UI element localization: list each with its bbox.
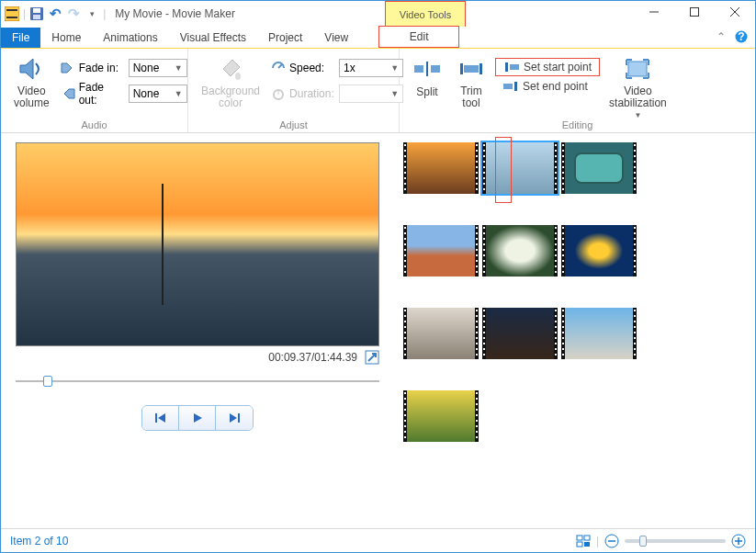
- split-icon: [412, 54, 442, 84]
- qat-separator: |: [23, 7, 26, 20]
- play-button[interactable]: [179, 406, 216, 430]
- timeline-clip[interactable]: [482, 225, 558, 276]
- timeline-row: [403, 390, 746, 442]
- stabilization-icon: [623, 54, 652, 84]
- svg-marker-12: [20, 59, 33, 79]
- svg-rect-1: [6, 9, 17, 11]
- preview-seek-slider[interactable]: [16, 372, 379, 390]
- ribbon-group-adjust: Background color Speed: 1x▼ Duration: ▼ …: [188, 49, 400, 132]
- set-end-point-button[interactable]: Set end point: [495, 78, 600, 95]
- zoom-in-button[interactable]: [731, 534, 746, 548]
- speed-value: 1x: [344, 62, 355, 74]
- timeline-clip[interactable]: [403, 390, 479, 442]
- close-button[interactable]: [715, 1, 755, 23]
- split-button[interactable]: Split: [407, 52, 447, 100]
- svg-text:?: ?: [738, 30, 744, 43]
- svg-marker-13: [62, 63, 72, 73]
- svg-marker-14: [64, 89, 74, 98]
- undo-icon[interactable]: ↶: [48, 6, 62, 21]
- preview-time-bar: 00:09.37/01:44.39: [16, 350, 379, 365]
- timeline-clip[interactable]: [403, 142, 479, 194]
- timeline-clip[interactable]: [403, 308, 479, 359]
- next-frame-button[interactable]: [216, 406, 253, 430]
- fade-out-label: Fade out:: [79, 81, 125, 107]
- zoom-out-button[interactable]: [604, 534, 619, 548]
- svg-rect-23: [460, 63, 463, 74]
- timeline-pane[interactable]: [394, 133, 755, 530]
- status-item-count: Item 2 of 10: [10, 535, 68, 547]
- svg-rect-35: [238, 413, 240, 423]
- svg-marker-34: [230, 413, 237, 423]
- trim-label: Trim tool: [460, 85, 482, 109]
- fade-out-dropdown[interactable]: None▼: [129, 85, 187, 103]
- svg-rect-5: [33, 15, 40, 19]
- group-label-audio: Audio: [1, 119, 187, 130]
- prev-frame-button[interactable]: [142, 406, 179, 430]
- set-start-point-button[interactable]: Set start point: [495, 58, 600, 76]
- tab-visual-effects[interactable]: Visual Effects: [169, 28, 257, 48]
- start-point-icon: [503, 62, 520, 73]
- timeline-clip[interactable]: [403, 225, 479, 276]
- seek-track: [16, 380, 379, 382]
- zoom-slider[interactable]: [625, 539, 726, 543]
- svg-rect-20: [431, 65, 440, 73]
- set-start-label: Set start point: [524, 61, 592, 73]
- background-color-label: Background color: [201, 85, 260, 109]
- video-volume-label: Video volume: [14, 85, 50, 109]
- window-controls: [634, 1, 755, 23]
- svg-rect-2: [6, 17, 17, 18]
- end-point-icon: [502, 81, 519, 92]
- preview-monitor[interactable]: [16, 142, 379, 346]
- speaker-icon: [17, 54, 46, 84]
- svg-rect-29: [628, 62, 647, 76]
- timeline-clip[interactable]: [561, 308, 637, 359]
- maximize-button[interactable]: [674, 1, 715, 23]
- help-icon[interactable]: ?: [735, 30, 748, 43]
- contextual-tab-group: Video Tools: [385, 1, 466, 27]
- duration-icon: [271, 87, 286, 100]
- timeline-clip[interactable]: [561, 142, 637, 194]
- ribbon-right-controls: ⌃ ?: [717, 30, 748, 43]
- fade-out-value: None: [133, 87, 160, 100]
- split-label: Split: [416, 85, 437, 98]
- timeline-playhead[interactable]: [495, 137, 512, 203]
- timeline-row: [403, 225, 746, 276]
- status-zoom-controls: |: [576, 534, 746, 548]
- timeline-clip[interactable]: [482, 308, 558, 359]
- duration-dropdown: ▼: [339, 85, 403, 103]
- svg-marker-32: [158, 413, 165, 423]
- paint-bucket-icon: [216, 54, 245, 84]
- tab-home[interactable]: Home: [40, 28, 92, 48]
- stabilization-label: Video stabilization: [609, 85, 667, 109]
- preview-pane: 00:09.37/01:44.39: [1, 133, 394, 530]
- svg-rect-28: [514, 82, 517, 91]
- speed-dropdown[interactable]: 1x▼: [339, 59, 403, 77]
- tab-animations[interactable]: Animations: [92, 28, 168, 48]
- svg-rect-4: [33, 8, 40, 13]
- trim-tool-button[interactable]: Trim tool: [451, 52, 491, 111]
- chevron-down-icon: ▼: [390, 89, 399, 98]
- zoom-thumb[interactable]: [639, 536, 647, 547]
- tab-file[interactable]: File: [1, 28, 40, 48]
- video-volume-button[interactable]: Video volume: [8, 52, 55, 118]
- fade-in-label: Fade in:: [79, 62, 125, 74]
- trim-icon: [457, 54, 486, 84]
- redo-icon[interactable]: ↷: [66, 6, 81, 21]
- tab-project[interactable]: Project: [257, 28, 313, 48]
- tab-edit[interactable]: Edit: [378, 26, 459, 48]
- minimize-button[interactable]: [634, 1, 674, 23]
- timeline-clip[interactable]: [561, 225, 637, 276]
- timeline-clip-selected[interactable]: [482, 142, 558, 194]
- fade-in-dropdown[interactable]: None▼: [129, 59, 187, 77]
- video-stabilization-button[interactable]: Video stabilization ▼: [604, 52, 672, 121]
- seek-thumb[interactable]: [43, 376, 52, 387]
- save-icon[interactable]: [29, 6, 44, 21]
- svg-rect-38: [577, 542, 582, 547]
- fullscreen-icon[interactable]: [365, 350, 379, 365]
- collapse-ribbon-icon[interactable]: ⌃: [717, 30, 726, 43]
- app-icon: [5, 6, 19, 21]
- tab-view[interactable]: View: [313, 28, 359, 48]
- view-toggle-icon[interactable]: [576, 535, 591, 547]
- qat-customize-icon[interactable]: ▾: [85, 6, 99, 21]
- svg-rect-31: [155, 413, 157, 423]
